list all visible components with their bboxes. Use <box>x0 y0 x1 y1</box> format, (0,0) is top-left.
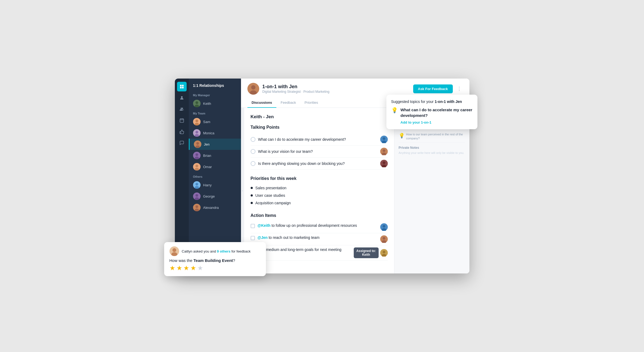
nav-team-icon[interactable] <box>177 104 187 114</box>
sidebar-item-keith[interactable]: Keith <box>189 98 241 109</box>
sidebar-my-manager-label: My Manager <box>189 91 241 98</box>
notification-question: How was the Team Building Event? <box>170 258 261 263</box>
tp-checkbox-2[interactable] <box>251 149 255 154</box>
brian-avatar <box>193 152 201 159</box>
priority-text-1: Sales presentation <box>255 186 287 190</box>
action-item-1: @Keith to follow up on professional deve… <box>251 221 388 233</box>
tab-feedback[interactable]: Feedback <box>276 98 300 108</box>
feedback-notification: Caitlyn asked you and 9 others for feedb… <box>164 242 266 276</box>
sidebar-item-george[interactable]: George <box>189 191 241 202</box>
nav-thumbsup-icon[interactable] <box>177 127 187 136</box>
sidebar-item-harry[interactable]: Harry <box>189 179 241 191</box>
svg-point-33 <box>195 183 198 186</box>
assigned-badge: Assigned to:Keith <box>354 247 379 258</box>
svg-point-9 <box>182 108 183 109</box>
priority-text-3: Acquisition campaign <box>255 201 291 205</box>
ask-feedback-button[interactable]: Ask For Feedback <box>413 84 453 93</box>
caitlyn-avatar <box>170 246 179 256</box>
svg-point-21 <box>195 131 198 134</box>
jen-name: Jen <box>204 142 210 146</box>
tp-text-3: Is there anything slowing you down or bl… <box>258 161 345 166</box>
keith-name: Keith <box>203 102 211 106</box>
svg-point-39 <box>195 205 198 208</box>
priorities-heading: Priorities for this week <box>251 176 388 181</box>
svg-rect-5 <box>180 87 182 88</box>
talking-points-section: Talking Points What can I do to accelera… <box>251 125 388 170</box>
alexandra-avatar <box>193 204 201 211</box>
content-body: ‹ Keith - Jen Talking Points What can I … <box>241 108 469 273</box>
action-item-3: pare medium and long-term goals for next… <box>251 245 388 261</box>
right-panel: Suggested Topics for your 1-on-1 with Je… <box>394 108 469 273</box>
harry-name: Harry <box>203 183 212 187</box>
sam-name: Sam <box>203 120 210 124</box>
nav-home-icon[interactable] <box>177 82 187 91</box>
star-1[interactable]: ★ <box>170 264 175 272</box>
sidebar-others-label: Others <box>189 172 241 179</box>
action-avatar-1 <box>380 223 388 231</box>
svg-point-60 <box>383 251 385 253</box>
talking-point-1: What can I do to accelerate my career de… <box>251 134 388 146</box>
monica-avatar <box>193 129 201 137</box>
tab-priorities[interactable]: Priorities <box>300 98 322 108</box>
priority-2: User case studies <box>251 192 388 199</box>
star-3[interactable]: ★ <box>183 264 189 272</box>
add-to-1on1-link[interactable]: Add to your 1-on-1 <box>401 120 473 124</box>
george-avatar <box>193 192 201 200</box>
svg-rect-6 <box>182 87 183 88</box>
action-keith-link[interactable]: @Keith <box>258 223 271 228</box>
sam-avatar <box>193 118 201 125</box>
action-checkbox-2[interactable] <box>251 236 255 240</box>
priorities-section: Priorities for this week Sales presentat… <box>251 176 388 207</box>
tab-discussions[interactable]: Discussions <box>247 98 277 108</box>
tp-checkbox-1[interactable] <box>251 137 255 142</box>
action-avatar-2 <box>380 235 388 243</box>
bulb-icon-2: 💡 <box>399 133 405 139</box>
floating-suggestion-title: Suggested topics for your 1-on-1 with Je… <box>391 99 473 104</box>
sidebar-item-brian[interactable]: Brian <box>189 150 241 161</box>
action-jen-link[interactable]: @Jen <box>258 235 268 240</box>
star-2[interactable]: ★ <box>176 264 182 272</box>
priority-1: Sales presentation <box>251 184 388 192</box>
small-suggestion-2: 💡 How is our team perceived in the rest … <box>399 131 465 143</box>
star-rating[interactable]: ★ ★ ★ ★ ★ <box>170 264 261 272</box>
more-options-button[interactable]: ⋮ <box>455 85 463 92</box>
svg-point-7 <box>181 96 183 98</box>
fs-suggestion-text: What can I do to accelerate my career de… <box>401 107 473 118</box>
nav-message-icon[interactable] <box>177 138 187 148</box>
svg-point-1 <box>172 248 176 252</box>
svg-rect-4 <box>182 85 183 86</box>
sidebar-item-sam[interactable]: Sam <box>189 116 241 127</box>
star-5[interactable]: ★ <box>197 264 203 272</box>
svg-rect-3 <box>180 85 182 86</box>
sidebar-item-omar[interactable]: Omar <box>189 161 241 172</box>
action-checkbox-1[interactable] <box>251 224 255 228</box>
alexandra-name: Alexandra <box>203 206 219 210</box>
george-name: George <box>203 194 215 198</box>
priority-dot-2 <box>251 194 253 197</box>
svg-point-45 <box>383 137 385 140</box>
svg-point-24 <box>196 142 199 145</box>
header-jen-avatar <box>247 83 259 95</box>
tp-checkbox-3[interactable] <box>251 161 255 166</box>
floating-suggestion-card: Suggested topics for your 1-on-1 with Je… <box>386 95 477 129</box>
talking-point-2: What is your vision for our team? <box>251 146 388 158</box>
sidebar-item-alexandra[interactable]: Alexandra <box>189 202 241 213</box>
tp-text-1: What can I do to accelerate my career de… <box>258 137 346 142</box>
header-user-info: 1-on-1 with Jen Digital Marketing Strate… <box>247 83 330 95</box>
svg-point-30 <box>195 165 198 167</box>
sidebar-item-monica[interactable]: Monica <box>189 127 241 139</box>
meeting-subtitle: Digital Marketing Strategist · Product M… <box>262 90 330 94</box>
header-actions: Ask For Feedback ⋮ <box>413 84 463 93</box>
nav-calendar-icon[interactable] <box>177 116 187 125</box>
action-items-heading: Action Items <box>251 213 388 218</box>
talking-point-3: Is there anything slowing you down or bl… <box>251 158 388 170</box>
meeting-title: 1-on-1 with Jen <box>262 84 330 90</box>
star-4[interactable]: ★ <box>190 264 196 272</box>
action-items-section: Action Items @Keith to follow up on prof… <box>251 213 388 261</box>
sidebar-item-jen[interactable]: Jen <box>189 139 241 150</box>
private-notes-placeholder: Anything your write here will only be vi… <box>399 151 465 154</box>
sidebar-title: 1:1 Relationships <box>189 79 241 91</box>
harry-avatar <box>193 181 201 189</box>
nav-person-icon[interactable] <box>177 93 187 103</box>
omar-name: Omar <box>203 165 212 169</box>
